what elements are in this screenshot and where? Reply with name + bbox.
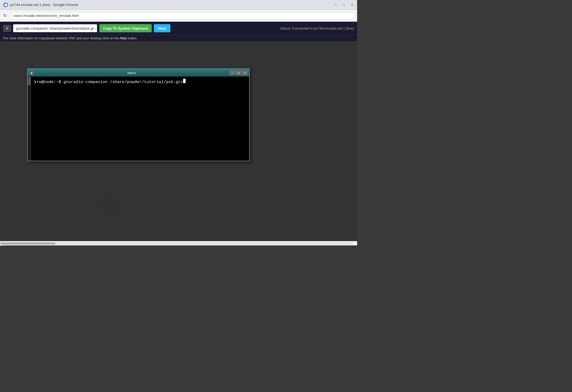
browser-icon: ⬤: [3, 2, 8, 7]
terminal-prompt: krw@node:~$: [34, 79, 63, 85]
browser-titlebar: ⬤ pc744.emulab.net:1 (krw) - Google Chro…: [0, 0, 357, 10]
minimize-button[interactable]: ─: [334, 3, 338, 7]
close-button[interactable]: ✕: [350, 3, 354, 7]
xterm-content: krw@node:~$ gnuradio-companion /share/po…: [34, 79, 247, 85]
xterm-scrollbar[interactable]: [28, 77, 31, 161]
titlebar-left: ⬤ pc744.emulab.net:1 (krw) - Google Chro…: [3, 2, 78, 7]
address-bar: ↻: [0, 10, 357, 22]
terminal-command: gnuradio-companion /share/powder/tutoria…: [63, 79, 183, 85]
vnc-display[interactable]: ■ xterm ─ ⊡ ✕ krw@node:~$ gnuradio-compa…: [0, 41, 357, 241]
url-input[interactable]: [10, 12, 355, 20]
terminal-cursor: [183, 79, 186, 83]
scrollbar-track[interactable]: [1, 242, 353, 245]
scrollbar-track-area[interactable]: [0, 241, 354, 245]
scrollbar-thumb[interactable]: [1, 242, 55, 245]
xterm-title-left: ■: [29, 71, 34, 75]
xterm-title: xterm: [34, 71, 230, 75]
help-bold: Help: [120, 36, 127, 40]
clipboard-input[interactable]: [13, 24, 97, 32]
xterm-minimize-button[interactable]: ─: [230, 71, 235, 75]
reload-icon[interactable]: ↻: [2, 12, 8, 19]
xterm-close-button[interactable]: ✕: [242, 71, 247, 75]
vnc-toolbar: X Copy To System Clipboard Help! Status:…: [0, 22, 357, 35]
xterm-restore-button[interactable]: ⊡: [236, 71, 241, 75]
vnc-close-button[interactable]: X: [3, 25, 11, 32]
browser-title: pc744.emulab.net:1 (krw) - Google Chrome: [10, 3, 78, 7]
status-text: Status: Connected to pc744.emulab.net:1 …: [280, 26, 354, 30]
xterm-window[interactable]: ■ xterm ─ ⊡ ✕ krw@node:~$ gnuradio-compa…: [27, 68, 250, 161]
window-controls: ─ □ ✕: [334, 3, 354, 7]
xterm-menu-button[interactable]: ■: [29, 71, 34, 75]
terminal-line: krw@node:~$ gnuradio-companion /share/po…: [34, 79, 247, 85]
xterm-scrollbar-thumb[interactable]: [28, 77, 31, 85]
maximize-button[interactable]: □: [342, 3, 346, 7]
help-info-text: For more information on copy/paste betwe…: [3, 36, 137, 40]
horizontal-scrollbar[interactable]: ▶: [0, 241, 357, 245]
xterm-titlebar: ■ xterm ─ ⊡ ✕: [28, 69, 249, 77]
xterm-body[interactable]: krw@node:~$ gnuradio-companion /share/po…: [28, 77, 249, 161]
copy-to-clipboard-button[interactable]: Copy To System Clipboard: [99, 24, 152, 32]
vnc-help-bar: For more information on copy/paste betwe…: [0, 35, 357, 41]
xterm-controls: ─ ⊡ ✕: [230, 71, 247, 75]
help-button[interactable]: Help!: [154, 24, 170, 32]
